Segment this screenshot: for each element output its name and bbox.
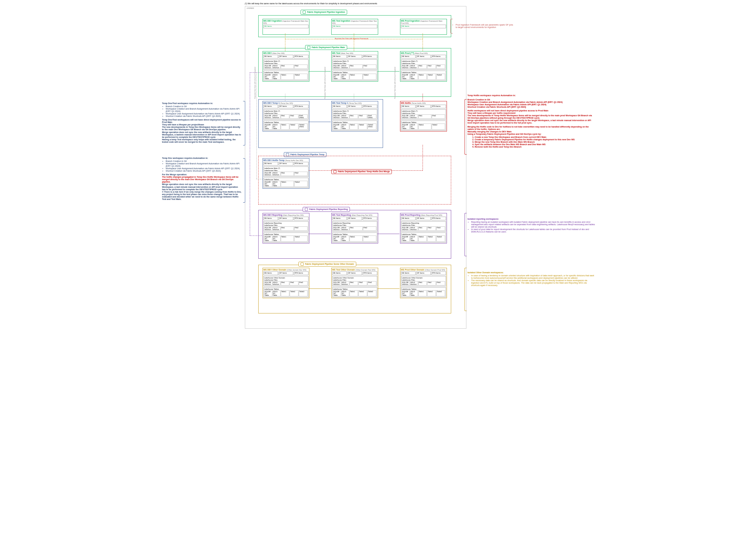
c: ADLS SC Table — [341, 74, 349, 80]
c: ADLS SC Table — [273, 236, 280, 242]
p: Merge operation does not sync the new ar… — [162, 131, 242, 138]
p: Temp Dev/Test workspaces will not have d… — [162, 119, 242, 124]
t: Lakehouse Reporting — [333, 222, 376, 224]
t: Lakehouse Reporting — [402, 222, 445, 224]
c: KQL DB shortcut — [333, 65, 341, 69]
connector — [309, 122, 331, 122]
c: DE Items — [401, 55, 416, 58]
c: Table1 — [350, 124, 358, 130]
ws-sub: (Main Dev WS) — [272, 52, 285, 54]
c: KQLDB SC Table — [402, 290, 410, 296]
p: They will have a lifespan per hotfix req… — [468, 112, 595, 114]
brace-right-other — [465, 268, 467, 311]
pipeline-ingestion-label: Fabric Deployment Pipeline Ingestion — [301, 10, 347, 15]
lh-title: Lakehouse Main (*) — [264, 60, 308, 62]
ws-sub: (Main Reporting Dev WS) — [283, 214, 304, 216]
hdr: Temp Dev/Test workspace requires Automat… — [162, 102, 242, 105]
c: DF Items — [347, 271, 362, 275]
ws-title: WS Test Reporting — [332, 214, 351, 216]
c: Table3 — [436, 290, 445, 296]
hdr: Temp Hotfix workspace requires Automatio… — [468, 94, 595, 97]
c: ADLS SC Table — [273, 74, 280, 80]
ws-title: WS Prod Other Domain — [401, 269, 424, 271]
c: ADLS shortcut — [410, 65, 418, 69]
c: File3 — [436, 226, 445, 231]
annotation-right-hotfix: Temp Hotfix workspace requires Automatio… — [468, 94, 595, 149]
pipeline-other-label: Fabric Deployment Pipeline Some Other Do… — [298, 262, 356, 267]
c: DF Items — [279, 162, 293, 166]
t: Lakehouse Main (*) — [402, 110, 445, 112]
c: File1 — [281, 65, 294, 69]
ws-sub: (Main Reporting Prod WS) — [421, 214, 442, 216]
ws-title: WS Test Temp 1 — [332, 102, 348, 104]
c: Table1 — [350, 236, 363, 242]
pipeline-reporting-label: Fabric Deployment Pipeline Reporting — [303, 207, 350, 212]
t: Lakehouse Files — [402, 279, 445, 281]
li: Branch Creation in Git — [166, 160, 242, 162]
c: DF Items — [416, 55, 431, 58]
c: ADLS SC Table — [410, 124, 418, 130]
t: Lakehouse Tables — [333, 233, 376, 235]
hdr: Isolated reporting workspaces: — [468, 218, 595, 220]
t: Lakehouse Files — [333, 62, 376, 64]
c: KQL DB shortcut — [333, 281, 341, 285]
pipeline-reporting-text: Fabric Deployment Pipeline Reporting — [309, 208, 348, 210]
connector — [309, 170, 423, 171]
c: Table3 — [368, 290, 376, 296]
ws-prod-reporting: WS Prod Reporting (Main Reporting Prod W… — [400, 213, 447, 243]
c: RTA Items — [431, 105, 446, 108]
t: Lakehouse Tables — [333, 72, 376, 73]
c: File1 — [418, 65, 427, 69]
li: The necessary data can be shared as shor… — [471, 279, 595, 287]
brace-right-reporting — [465, 213, 467, 256]
ws-sub: (Main Prod WS) — [415, 52, 428, 54]
ws-test-other: WS Test Other Domain (Other Domain Test … — [331, 268, 378, 298]
c: Table2 — [363, 236, 376, 242]
li: 2. Create a temporary Fabric Deployment … — [472, 138, 595, 141]
c: RTA Items — [431, 55, 446, 58]
hdr: Temp Dev workspace requires Automation i… — [162, 157, 242, 159]
c: ADLS shortcut — [341, 65, 349, 69]
c: ADLS shortcut — [410, 114, 418, 119]
c: DE Items — [332, 271, 347, 275]
c: RTA Items — [363, 217, 377, 220]
c: DF Items — [347, 217, 362, 220]
c: DE Items — [401, 105, 416, 108]
c: File3 — [436, 65, 445, 69]
annotation-right-other: Isolated Other Domain workspaces: In cas… — [468, 271, 595, 288]
li: Workspace User Assignment Automation via… — [166, 167, 242, 170]
li: 1. Create a new Temp Dev Workspace and B… — [472, 136, 595, 138]
c: KQL DB shortcut — [402, 281, 410, 285]
c: File1 — [350, 281, 358, 285]
c: ADLS SC Table — [410, 74, 418, 80]
pipeline-main-label: Fabric Deployment Pipeline Main — [305, 45, 347, 50]
annotation-left-temp: Temp Dev/Test workspace requires Automat… — [162, 102, 242, 143]
pipeline-ingestion-text: Fabric Deployment Pipeline Ingestion — [307, 11, 345, 13]
c: DE Items — [263, 105, 278, 108]
t: Lakehouse Tables — [264, 121, 308, 123]
c: Table2 — [432, 124, 445, 130]
c: KQLDB SC Table — [264, 236, 272, 242]
c: File3 — [436, 281, 445, 285]
c: RTA Items — [431, 217, 446, 220]
c: Table2 — [290, 124, 298, 130]
t: Lakehouse Files — [402, 62, 445, 64]
c: KQLDB SC Table — [333, 290, 341, 296]
ws-title: WS DEV Hotfix Temp — [263, 159, 284, 161]
c: Table2 — [427, 290, 436, 296]
c: DF Items — [279, 55, 293, 58]
li: Workspace Creation and Branch Assignment… — [166, 108, 242, 113]
c: File2 — [358, 281, 367, 285]
t: Lakehouse Main (*) — [264, 110, 308, 112]
c: KQLDB SC Table — [333, 236, 341, 242]
p: Using a Temporary Fabric Deployment Pipe… — [468, 133, 595, 135]
li: In case of having a tendency in domain o… — [471, 274, 595, 279]
li: Workspace User Assignment Automation via… — [166, 113, 242, 115]
c: DF Items — [279, 217, 293, 220]
li: Shortcut Creation via Fabric Shortcuts A… — [468, 106, 595, 108]
lakehouse-tables: Lakehouse Tables KQLDB SC TableADLS SC T… — [263, 71, 308, 81]
li: Branch Creation in Git — [468, 99, 595, 101]
t: Lakehouse Main (*) — [333, 60, 376, 62]
li: 4. Sync the artifacts between the Dev Ma… — [472, 143, 595, 146]
t: Lakehouse Tables — [402, 72, 445, 73]
